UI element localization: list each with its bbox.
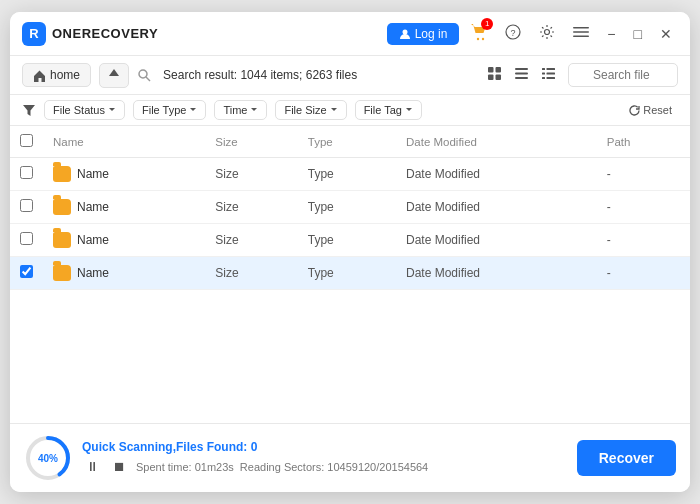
login-button[interactable]: Log in [387,23,460,45]
reading-sectors: Reading Sectors: 10459120/20154564 [240,461,428,473]
up-button[interactable] [99,63,129,88]
row-checkbox[interactable] [20,232,33,245]
list-view-button[interactable] [510,62,533,88]
svg-rect-20 [542,73,545,75]
gear-icon [539,24,555,40]
file-path: - [597,257,690,290]
row-checkbox[interactable] [20,199,33,212]
svg-rect-11 [488,67,494,73]
svg-rect-13 [488,75,494,81]
svg-rect-23 [547,77,556,79]
up-arrow-icon [108,68,120,80]
progress-percent: 40% [38,453,58,464]
time-filter[interactable]: Time [214,100,267,120]
cart-button[interactable]: 1 [465,18,493,50]
close-button[interactable]: ✕ [654,22,678,46]
select-all-checkbox[interactable] [20,134,33,147]
chevron-down-icon [189,106,197,114]
svg-line-10 [146,77,150,81]
file-date: Date Modified [396,191,597,224]
row-checkbox[interactable] [20,265,33,278]
svg-text:?: ? [511,28,516,38]
search-input-wrap [568,63,678,87]
cart-badge: 1 [481,18,493,30]
found-count: 0 [251,440,258,454]
detail-icon [541,66,556,81]
filter-icon [22,103,36,117]
pause-button[interactable]: ⏸ [82,457,103,476]
app-window: R ONERECOVERY Log in 1 [10,12,690,492]
row-checkbox[interactable] [20,166,33,179]
svg-rect-14 [496,75,502,81]
file-status-filter[interactable]: File Status [44,100,125,120]
folder-icon [53,265,71,281]
file-path: - [597,158,690,191]
folder-icon [53,232,71,248]
progress-circle: 40% [24,434,72,482]
svg-point-5 [545,30,550,35]
file-path: - [597,224,690,257]
svg-rect-16 [515,73,528,75]
app-title: ONERECOVERY [52,26,387,41]
file-type-filter[interactable]: File Type [133,100,206,120]
filterbar: File Status File Type Time File Size Fil… [10,95,690,126]
file-name: Name [77,266,109,280]
home-icon [33,69,46,82]
col-date: Date Modified [396,126,597,158]
file-name: Name [77,233,109,247]
svg-rect-22 [542,77,545,79]
titlebar-actions: Log in 1 ? [387,18,678,50]
scan-info: Quick Scanning,Files Found: 0 ⏸ ⏹ Spent … [82,440,567,476]
titlebar: R ONERECOVERY Log in 1 [10,12,690,56]
table-row: Name Size Type Date Modified - [10,191,690,224]
folder-icon [53,166,71,182]
spent-time: Spent time: 01m23s [136,461,234,473]
help-button[interactable]: ? [499,20,527,47]
view-options [483,62,560,88]
minimize-button[interactable]: − [601,22,621,46]
menu-button[interactable] [567,20,595,47]
table-row: Name Size Type Date Modified - [10,158,690,191]
svg-point-0 [402,29,407,34]
file-tag-filter[interactable]: File Tag [355,100,422,120]
chevron-down-icon [250,106,258,114]
file-date: Date Modified [396,158,597,191]
grid-view-button[interactable] [483,62,506,88]
settings-button[interactable] [533,20,561,47]
file-date: Date Modified [396,257,597,290]
reset-button[interactable]: Reset [623,101,678,119]
col-path: Path [597,126,690,158]
file-size-filter[interactable]: File Size [275,100,346,120]
svg-rect-21 [547,73,556,75]
home-button[interactable]: home [22,63,91,87]
scan-controls: ⏸ ⏹ Spent time: 01m23s Reading Sectors: … [82,457,567,476]
list-icon [514,66,529,81]
app-logo: R [22,22,46,46]
svg-rect-17 [515,77,528,79]
menu-icon [573,24,589,40]
svg-rect-7 [573,31,589,33]
file-table-wrap: Name Size Type Date Modified Path Name S… [10,126,690,423]
file-size: Size [205,257,298,290]
file-name: Name [77,200,109,214]
file-path: - [597,191,690,224]
question-icon: ? [505,24,521,40]
svg-point-1 [477,37,479,39]
col-type: Type [298,126,396,158]
col-name: Name [43,126,205,158]
file-type: Type [298,158,396,191]
search-input[interactable] [568,63,678,87]
svg-point-2 [482,37,484,39]
detail-view-button[interactable] [537,62,560,88]
maximize-button[interactable]: □ [628,22,648,46]
chevron-down-icon [330,106,338,114]
col-size: Size [205,126,298,158]
file-table: Name Size Type Date Modified Path Name S… [10,126,690,290]
stop-button[interactable]: ⏹ [109,457,130,476]
svg-point-9 [139,70,147,78]
search-icon [137,68,151,82]
file-type: Type [298,224,396,257]
bottombar: 40% Quick Scanning,Files Found: 0 ⏸ ⏹ Sp… [10,423,690,492]
user-icon [399,28,411,40]
recover-button[interactable]: Recover [577,440,676,476]
